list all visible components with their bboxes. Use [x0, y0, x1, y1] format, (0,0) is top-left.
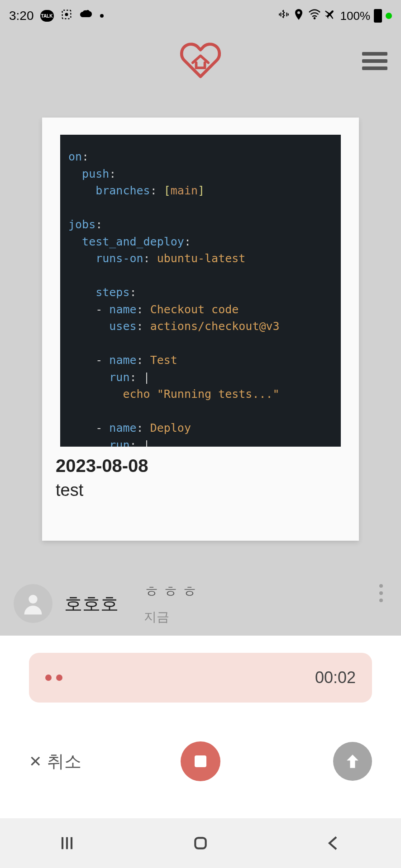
talk-icon: TALK: [40, 10, 54, 22]
location-icon: [293, 8, 304, 24]
comment-author: 호호호: [64, 591, 119, 616]
recents-button[interactable]: [53, 833, 81, 854]
system-navbar: [0, 818, 401, 868]
screen-record-icon: [60, 8, 73, 24]
comment-menu-button[interactable]: [379, 584, 383, 602]
post-card[interactable]: on: push: branches: [main] jobs: test_an…: [42, 118, 359, 541]
comment-text: ㅎㅎㅎ: [144, 581, 201, 602]
menu-button[interactable]: [362, 52, 387, 70]
back-button[interactable]: [320, 833, 348, 854]
recording-dots-icon: [45, 675, 62, 681]
send-button[interactable]: [333, 742, 372, 781]
cancel-label: 취소: [47, 750, 81, 773]
svg-point-1: [65, 13, 68, 16]
mic-active-icon: [386, 13, 392, 19]
arrow-up-icon: [343, 751, 363, 771]
notification-dot-icon: [100, 14, 104, 18]
post-title: test: [56, 481, 345, 500]
stop-record-button[interactable]: [181, 741, 220, 781]
audio-progress: 00:02: [29, 653, 372, 703]
status-time: 3:20: [9, 9, 34, 23]
svg-point-2: [297, 11, 300, 14]
wifi-icon: [308, 9, 321, 23]
dimmed-overlay: 3:20 TALK 100%: [0, 0, 401, 636]
battery-percent: 100%: [340, 9, 371, 23]
svg-point-3: [313, 17, 315, 19]
app-logo-icon: [179, 41, 222, 81]
cloud-icon: [79, 9, 94, 23]
recorder-sheet: 00:02 ✕ 취소: [0, 636, 401, 788]
post-date: 2023-08-08: [56, 456, 345, 476]
stop-icon: [195, 755, 206, 767]
battery-icon: [374, 9, 382, 23]
status-bar: 3:20 TALK 100%: [0, 0, 401, 32]
code-image: on: push: branches: [main] jobs: test_an…: [60, 135, 341, 447]
svg-rect-5: [195, 838, 205, 848]
close-icon: ✕: [29, 752, 42, 770]
avatar[interactable]: [14, 584, 53, 623]
app-header: [0, 32, 401, 90]
comment-row: 호호호 ㅎㅎㅎ 지금: [14, 581, 387, 626]
recording-timer: 00:02: [315, 668, 356, 687]
airplane-icon: [325, 9, 337, 24]
comment-time: 지금: [144, 609, 201, 626]
vibrate-icon: [278, 9, 290, 24]
home-button[interactable]: [187, 833, 214, 854]
cancel-button[interactable]: ✕ 취소: [29, 750, 81, 773]
svg-point-4: [29, 595, 37, 604]
